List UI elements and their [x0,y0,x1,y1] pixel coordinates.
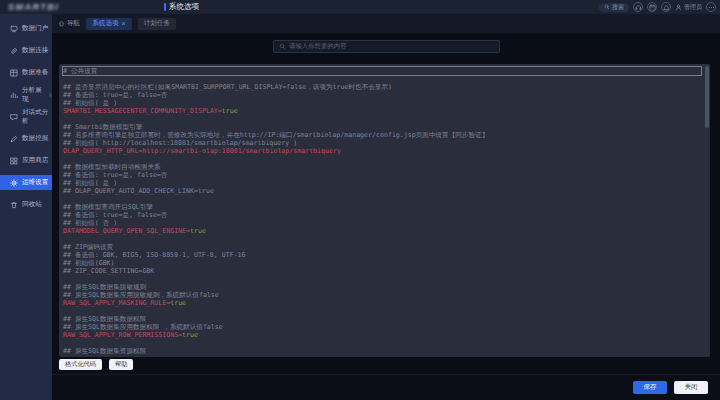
trash-icon [10,201,18,209]
code-line[interactable]: ## 初始值(GBK) [63,259,701,267]
sidebar: 数据门户数据连接数据准备分析展现对话式分析数据挖掘应用商店运维设置回收站 [0,14,52,400]
code-line[interactable]: DATAMODEL_QUERY_OPEN_SQL_ENGINE=true [63,227,701,235]
sidebar-item-label: 数据挖掘 [22,134,48,143]
search-placeholder: 请输入你想要的内容 [289,42,347,51]
close-button[interactable]: 关闭 [674,381,708,394]
tab-bar: 导航 系统选项 × 计划任务 [52,14,720,33]
sidebar-item-label: 对话式分析 [22,108,52,126]
code-line[interactable] [63,235,701,243]
tab-scheduled-tasks[interactable]: 计划任务 [138,18,176,30]
footer-bar: 保存 关闭 [52,374,720,400]
user-menu[interactable]: 管理员 [675,3,702,12]
topbar-search[interactable]: 搜索 [599,3,629,12]
code-line[interactable]: ## 数据模型查询开启SQL引擎 [63,203,701,211]
sidebar-item-data-mining[interactable]: 数据挖掘 [0,131,52,146]
editor-scrollbar[interactable] [705,66,709,128]
nav-home[interactable]: 导航 [58,19,80,28]
format-code-button[interactable]: 格式化代码 [59,359,102,370]
sidebar-item-label: 分析展现 [22,86,44,104]
more-icon[interactable] [706,2,716,12]
config-editor[interactable]: # 公共设置## 是否显示消息中心的社区栏(如果SMARTBI_SURPPORT… [59,64,710,357]
link-icon [10,47,18,55]
main-content: 请输入你想要的内容 # 公共设置## 是否显示消息中心的社区栏(如果SMARTB… [52,33,720,400]
code-line[interactable]: ## ZIP编码设置 [63,243,701,251]
code-line[interactable]: SMARTBI_MESSAGECENTER_COMMUNITY_DISPLAY=… [63,107,701,115]
code-line[interactable] [63,339,701,347]
content-search-input[interactable]: 请输入你想要的内容 [273,40,500,53]
headset-icon [635,4,642,11]
code-line[interactable]: OLAP_QUERY_HTTP_URL=http://smartbi-olap:… [63,147,701,155]
sidebar-item-ops-settings[interactable]: 运维设置 [0,175,52,190]
code-line[interactable] [63,115,701,123]
save-button[interactable]: 保存 [633,381,667,394]
nav-home-label: 导航 [67,19,80,28]
code-line[interactable]: ## 若多维查询引擎是独立部署时，需修改为实际地址，并在http://IP:端口… [63,131,701,139]
code-line[interactable]: ## 原生SQL数据集资源权限 [63,347,701,355]
code-line[interactable]: ## 初始值( 否 ) [63,219,701,227]
code-line[interactable]: ## 是否显示消息中心的社区栏(如果SMARTBI_SURPPORT_URL_D… [63,83,701,91]
tab-label: 系统选项 [92,19,118,28]
gear-icon [10,179,18,187]
help-button[interactable]: 帮助 [109,359,133,370]
user-icon [675,4,682,11]
close-icon[interactable]: × [122,20,126,27]
calendar-icon[interactable] [647,2,657,12]
sidebar-item-label: 回收站 [22,200,42,209]
code-line[interactable]: ## Smartbi数据模型引擎 [63,123,701,131]
code-line[interactable]: ## OLAP_QUERY_AUTO_ADD_CHECK_LINK=true [63,187,701,195]
sidebar-item-data-portal[interactable]: 数据门户 [0,21,52,36]
headset-icon[interactable] [633,2,643,12]
code-line[interactable]: # 公共设置 [63,67,701,75]
top-bar: SMARTBI 系统选项 搜索 管理员 [0,0,720,14]
bell-icon [663,4,670,11]
tab-system-options[interactable]: 系统选项 × [86,18,131,30]
code-line[interactable]: RAW_SQL_APPLY_ROW_PERMISSIONS=true [63,331,701,339]
code-line[interactable] [63,195,701,203]
sidebar-item-data-prepare[interactable]: 数据准备 [0,65,52,80]
code-line[interactable]: ## 备选值: true=是, false=否 [63,91,701,99]
code-line[interactable]: ## 初始值( http://localhost:18081/smartbiol… [63,139,701,147]
title-accent-bar [164,3,166,11]
code-line[interactable]: ## 初始值( 是 ) [63,179,701,187]
bell-icon[interactable] [661,2,671,12]
badge-dot [49,93,52,97]
editor-toolbar: 格式化代码 帮助 [59,359,133,370]
code-line[interactable]: ## 初始值( 是 ) [63,99,701,107]
sidebar-item-label: 应用商店 [22,156,48,165]
code-line[interactable] [63,275,701,283]
sidebar-item-data-connection[interactable]: 数据连接 [0,43,52,58]
sidebar-item-label: 数据门户 [22,24,48,33]
sidebar-item-label: 运维设置 [22,178,48,187]
sidebar-item-analysis-view[interactable]: 分析展现 [0,87,52,102]
code-line[interactable]: RAW_SQL_APPLY_MASKING_RULE=true [63,299,701,307]
code-line[interactable]: ## 原生SQL数据集应用脱敏规则，系统默认值false [63,291,701,299]
code-line[interactable]: ## 备选值: true=是, false=否 [63,211,701,219]
sidebar-item-label: 数据准备 [22,68,48,77]
code-line[interactable]: ## 数据模型加载时自动检测关系 [63,163,701,171]
more-icon [708,4,715,11]
appstore-icon [10,157,18,165]
sidebar-item-label: 数据连接 [22,46,48,55]
code-line[interactable]: ## 备选值: GBK, BIG5, ISO-8859-1, UTF-8, UT… [63,251,701,259]
user-name: 管理员 [684,3,702,12]
code-line[interactable]: ## 原生SQL数据集应用数据权限 ，系统默认值false [63,323,701,331]
grid-icon [10,69,18,77]
topbar-search-label: 搜索 [612,3,624,12]
code-line[interactable]: ## 原生SQL数据集数据权限 [63,315,701,323]
search-icon [279,43,286,50]
sidebar-item-app-store[interactable]: 应用商店 [0,153,52,168]
page-title: 系统选项 [164,0,199,14]
code-line[interactable]: ## 备选值: true=是, false=否 [63,171,701,179]
calendar-icon [649,4,656,11]
code-line[interactable] [63,307,701,315]
topbar-actions: 搜索 管理员 [599,0,716,14]
code-line[interactable] [63,75,701,83]
sidebar-item-chat-analysis[interactable]: 对话式分析 [0,109,52,124]
code-line[interactable]: ## 原生SQL数据集脱敏规则 [63,283,701,291]
app-logo: SMARTBI [8,2,59,12]
tab-label: 计划任务 [144,19,170,28]
code-line[interactable]: ## ZIP_CODE_SETTING=GBK [63,267,701,275]
code-line[interactable] [63,155,701,163]
home-icon [58,20,65,27]
sidebar-item-recycle-bin[interactable]: 回收站 [0,197,52,212]
